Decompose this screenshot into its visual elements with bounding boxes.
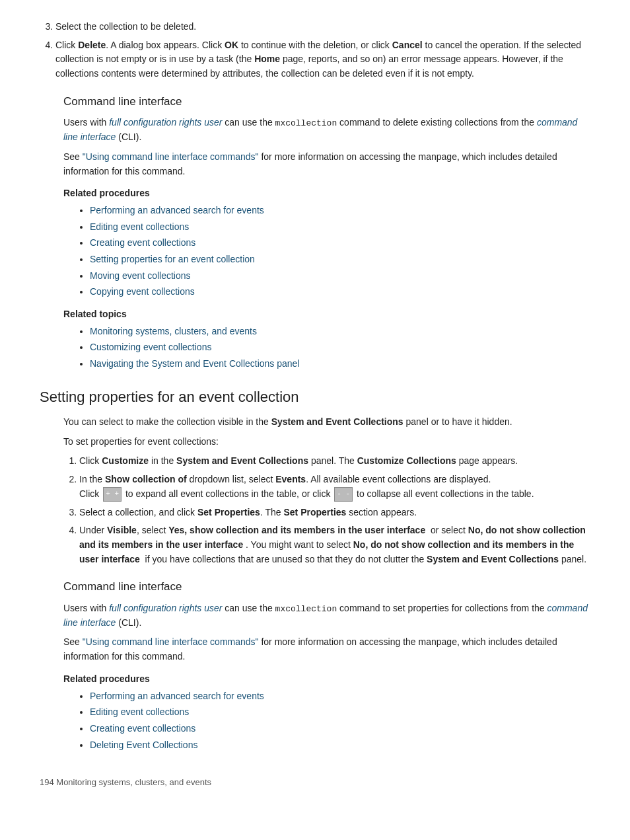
section2-body: You can select to make the collection vi… <box>63 415 590 566</box>
cli-heading-2: Command line interface <box>63 578 590 595</box>
list-item: Deleting Event Collections <box>90 738 590 753</box>
rp-link-1-1[interactable]: Performing an advanced search for events <box>90 205 264 215</box>
list-item: Editing event collections <box>90 220 590 235</box>
mxcollection-code-2: mxcollection <box>275 604 337 614</box>
rp-link-1-2[interactable]: Editing event collections <box>90 221 189 232</box>
expand-icon: + + <box>103 487 122 501</box>
rp-link-1-5[interactable]: Moving event collections <box>90 270 191 281</box>
list-item: Creating event collections <box>90 236 590 250</box>
section2-para1: You can select to make the collection vi… <box>63 415 590 430</box>
page-footer: 194 Monitoring systems, clusters, and ev… <box>40 776 590 789</box>
section2-heading: Setting properties for an event collecti… <box>40 386 590 408</box>
step-item: In the Show collection of dropdown list,… <box>79 473 590 502</box>
full-config-link-1[interactable]: full configuration rights user <box>109 117 222 128</box>
cli-section-2: Command line interface Users with full c… <box>63 578 590 752</box>
list-item: Performing an advanced search for events <box>90 204 590 218</box>
intro-numbered-list: Select the collection to be deleted. Cli… <box>55 20 590 81</box>
using-cli-commands-link-1[interactable]: "Using command line interface commands" <box>83 151 259 162</box>
section2-para2: To set properties for event collections: <box>63 435 590 449</box>
cli-para-2: See "Using command line interface comman… <box>63 150 590 178</box>
cli-section-1: Command line interface Users with full c… <box>63 93 590 371</box>
related-topics-list-1: Monitoring systems, clusters, and events… <box>90 325 590 371</box>
list-item: Creating event collections <box>90 722 590 736</box>
full-config-link-2[interactable]: full configuration rights user <box>109 603 222 613</box>
step-item: Select a collection, and click Set Prope… <box>79 506 590 520</box>
list-item: Copying event collections <box>90 285 590 299</box>
list-item: Monitoring systems, clusters, and events <box>90 325 590 339</box>
rp-link-2-1[interactable]: Performing an advanced search for events <box>90 691 264 701</box>
step-item: Under Visible, select Yes, show collecti… <box>79 523 590 566</box>
rp-link-2-2[interactable]: Editing event collections <box>90 706 189 717</box>
step-item: Click Customize in the System and Event … <box>79 454 590 469</box>
list-item: Performing an advanced search for events <box>90 689 590 704</box>
cli-heading-1: Command line interface <box>63 93 590 110</box>
list-item: Navigating the System and Event Collecti… <box>90 357 590 371</box>
related-procedures-label-2: Related procedures <box>63 672 590 687</box>
cli-para-4: See "Using command line interface comman… <box>63 635 590 664</box>
collapse-icon: - - <box>334 487 353 501</box>
list-item: Editing event collections <box>90 705 590 720</box>
rt-link-1-1[interactable]: Monitoring systems, clusters, and events <box>90 326 257 336</box>
rp-link-2-3[interactable]: Creating event collections <box>90 723 195 734</box>
rp-link-1-6[interactable]: Copying event collections <box>90 286 195 297</box>
list-item: Setting properties for an event collecti… <box>90 252 590 267</box>
mxcollection-code-1: mxcollection <box>275 118 337 128</box>
intro-list-item-4: Click Delete. A dialog box appears. Clic… <box>55 38 590 81</box>
cli-para-3: Users with full configuration rights use… <box>63 601 590 630</box>
list-item: Moving event collections <box>90 269 590 284</box>
related-procedures-list-2: Performing an advanced search for events… <box>90 689 590 753</box>
intro-list-item-3: Select the collection to be deleted. <box>55 20 590 34</box>
related-topics-label-1: Related topics <box>63 307 590 322</box>
cli-para-1: Users with full configuration rights use… <box>63 116 590 145</box>
using-cli-commands-link-2[interactable]: "Using command line interface commands" <box>83 636 259 647</box>
rt-link-1-2[interactable]: Customizing event collections <box>90 342 211 352</box>
related-procedures-list-1: Performing an advanced search for events… <box>90 204 590 299</box>
rt-link-1-3[interactable]: Navigating the System and Event Collecti… <box>90 358 300 369</box>
related-procedures-label-1: Related procedures <box>63 186 590 201</box>
footer-text: 194 Monitoring systems, clusters, and ev… <box>40 777 211 787</box>
rp-link-2-4[interactable]: Deleting Event Collections <box>90 740 197 750</box>
section2-steps: Click Customize in the System and Event … <box>79 454 590 566</box>
rp-link-1-4[interactable]: Setting properties for an event collecti… <box>90 254 255 264</box>
rp-link-1-3[interactable]: Creating event collections <box>90 237 195 248</box>
page-content: Select the collection to be deleted. Cli… <box>40 20 590 789</box>
list-item: Customizing event collections <box>90 340 590 355</box>
